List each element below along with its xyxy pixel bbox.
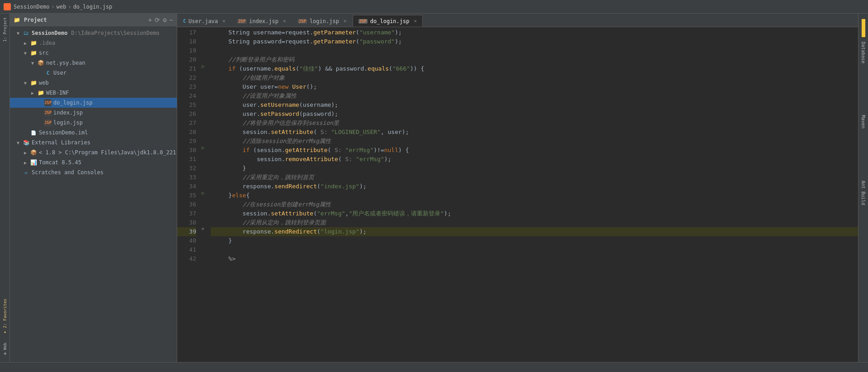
- tab-login-jsp[interactable]: JSP login.jsp ×: [292, 15, 353, 27]
- webinf-folder-icon: 📁: [37, 89, 44, 96]
- project-panel: 📁 Project + ⟳ ⚙ − ▼ 🗂 SessionDemo D:\Ide…: [10, 14, 177, 362]
- tree-login-label: login.jsp: [53, 119, 83, 126]
- left-tool-strip: 1: Project ★ 2: Favorites ⊕ Web: [0, 14, 10, 362]
- tree-ext-libs[interactable]: ▼ 📚 External Libraries: [10, 138, 177, 148]
- project-panel-header: 📁 Project + ⟳ ⚙ −: [10, 14, 177, 26]
- jdk-arrow: ▶: [23, 150, 28, 155]
- user-java-icon: C: [44, 69, 52, 76]
- extlibs-arrow: ▼: [15, 140, 21, 145]
- tab-login-icon: JSP: [298, 19, 307, 24]
- tree-iml[interactable]: ▶ 📄 SessionDemo.iml: [10, 128, 177, 138]
- database-label[interactable]: Database: [861, 39, 866, 66]
- code-line-30: if (session.getAttribute( S: "errMsg")!=…: [211, 146, 858, 155]
- tree-idea-label: .idea: [39, 40, 55, 46]
- marker-35: ▷: [202, 190, 205, 196]
- code-line-24: //设置用户对象属性: [211, 91, 858, 100]
- iml-icon: 📄: [30, 129, 37, 136]
- breadcrumb: SessionDemo › web › do_login.jsp: [14, 4, 112, 10]
- marker-30: ▷: [202, 145, 205, 151]
- src-folder-icon: 📁: [30, 49, 37, 57]
- marker-39: ◇: [202, 226, 204, 231]
- root-arrow: ▼: [15, 30, 21, 36]
- code-line-35: }else{: [211, 191, 858, 200]
- main-layout: 1: Project ★ 2: Favorites ⊕ Web 📁 Projec…: [0, 14, 868, 362]
- code-line-17: String username=request.getParameter("us…: [211, 28, 858, 37]
- web-arrow: ▼: [23, 80, 28, 86]
- tree-jdk[interactable]: ▶ 📦 < 1.8 > C:\Program Files\Java\jdk1.8…: [10, 148, 177, 157]
- dologin-jsp-icon: JSP: [44, 99, 52, 106]
- code-line-27: //将登录用户信息保存到session里: [211, 119, 858, 128]
- tree-do-login-jsp[interactable]: ▶ JSP do_login.jsp: [10, 98, 177, 108]
- scroll-marker-yellow: [862, 19, 865, 37]
- bottom-statusbar: [0, 362, 868, 372]
- tree-package[interactable]: ▼ 📦 net.ysy.bean: [10, 58, 177, 68]
- tree-src[interactable]: ▼ 📁 src: [10, 48, 177, 58]
- tree-webinf[interactable]: ▶ 📁 WEB-INF: [10, 88, 177, 98]
- settings-icon[interactable]: ⚙: [163, 16, 166, 24]
- tab-index-jsp[interactable]: JSP index.jsp ×: [231, 15, 292, 27]
- tab-user-icon: C: [183, 19, 186, 24]
- webinf-arrow: ▶: [30, 90, 35, 95]
- maven-label[interactable]: Maven: [861, 112, 866, 131]
- code-line-37: session.setAttribute("errMsg","用户名或者密码错误…: [211, 209, 858, 218]
- titlebar: SessionDemo › web › do_login.jsp: [0, 0, 868, 14]
- index-jsp-icon: JSP: [44, 109, 52, 116]
- tree-login-jsp[interactable]: ▶ JSP login.jsp: [10, 118, 177, 128]
- tree-tomcat-label: Tomcat 8.5.45: [39, 159, 81, 166]
- project-strip-label[interactable]: 1: Project: [2, 14, 8, 45]
- tree-root-label: SessionDemo: [32, 30, 67, 36]
- line-numbers: 17181920 21222324 25262728 29303132 3334…: [177, 27, 200, 362]
- breadcrumb-file: do_login.jsp: [73, 4, 113, 10]
- scratches-icon: ✏: [23, 169, 30, 176]
- tree-web[interactable]: ▼ 📁 web: [10, 78, 177, 88]
- tree-package-label: net.ysy.bean: [46, 60, 85, 66]
- tree-scratches[interactable]: ▶ ✏ Scratches and Consoles: [10, 167, 177, 177]
- code-line-26: user.setPassword(password);: [211, 110, 858, 119]
- tree-index-jsp[interactable]: ▶ JSP index.jsp: [10, 108, 177, 118]
- tab-dologin-close[interactable]: ×: [414, 18, 417, 24]
- tab-user-close[interactable]: ×: [222, 18, 226, 24]
- project-panel-title: Project: [24, 17, 47, 23]
- code-line-19: [211, 46, 858, 55]
- sync-icon[interactable]: ⟳: [155, 16, 160, 24]
- web-strip-label[interactable]: ⊕ Web: [2, 339, 8, 358]
- tab-user-java[interactable]: C User.java ×: [177, 15, 231, 27]
- right-tool-strip: Database Maven Ant Build: [858, 14, 868, 362]
- tab-login-label: login.jsp: [310, 18, 339, 24]
- code-line-40: }: [211, 236, 858, 245]
- code-line-25: user.setUsername(username);: [211, 100, 858, 110]
- tomcat-arrow: ▶: [23, 160, 28, 165]
- project-icon: 🗂: [23, 29, 30, 37]
- code-line-36: //在session里创建errMsg属性: [211, 200, 858, 209]
- tree-dologin-label: do_login.jsp: [53, 100, 93, 106]
- favorites-strip-label[interactable]: ★ 2: Favorites: [2, 295, 8, 339]
- editor-area: C User.java × JSP index.jsp × JSP login.…: [177, 14, 858, 362]
- code-line-22: //创建用户对象: [211, 73, 858, 82]
- tomcat-icon: 📊: [30, 159, 37, 166]
- code-area[interactable]: String username=request.getParameter("us…: [211, 27, 858, 362]
- app-logo: [4, 3, 11, 10]
- iml-arrow: ▶: [23, 130, 28, 135]
- web-folder-icon: 📁: [30, 79, 37, 86]
- tab-do-login-jsp[interactable]: JSP do_login.jsp ×: [353, 15, 423, 27]
- code-line-38: //采用从定向，跳转到登录页面: [211, 218, 858, 227]
- code-line-21: if (username.equals("佳佳") && password.eq…: [211, 64, 858, 73]
- user-arrow: ▶: [37, 70, 42, 76]
- tab-login-close[interactable]: ×: [344, 18, 347, 24]
- tab-index-close[interactable]: ×: [283, 18, 286, 24]
- tree-root[interactable]: ▼ 🗂 SessionDemo D:\IdeaProjects\SessionD…: [10, 28, 177, 38]
- ant-build-label[interactable]: Ant Build: [861, 178, 866, 208]
- breadcrumb-project: SessionDemo: [14, 4, 49, 10]
- tree-user-java[interactable]: ▶ C User: [10, 68, 177, 78]
- add-icon[interactable]: +: [148, 16, 152, 24]
- code-line-41: [211, 245, 858, 254]
- tree-tomcat[interactable]: ▶ 📊 Tomcat 8.5.45: [10, 157, 177, 167]
- code-line-20: //判断登录用户名和密码: [211, 55, 858, 64]
- login-arrow: ▶: [37, 120, 42, 125]
- tree-scratches-label: Scratches and Consoles: [32, 169, 104, 176]
- tree-web-label: web: [39, 80, 49, 86]
- tree-idea[interactable]: ▶ 📁 .idea: [10, 38, 177, 48]
- code-line-39: response.sendRedirect("login.jsp");: [211, 227, 858, 236]
- project-tree: ▼ 🗂 SessionDemo D:\IdeaProjects\SessionD…: [10, 26, 177, 362]
- minimize-icon[interactable]: −: [170, 16, 173, 24]
